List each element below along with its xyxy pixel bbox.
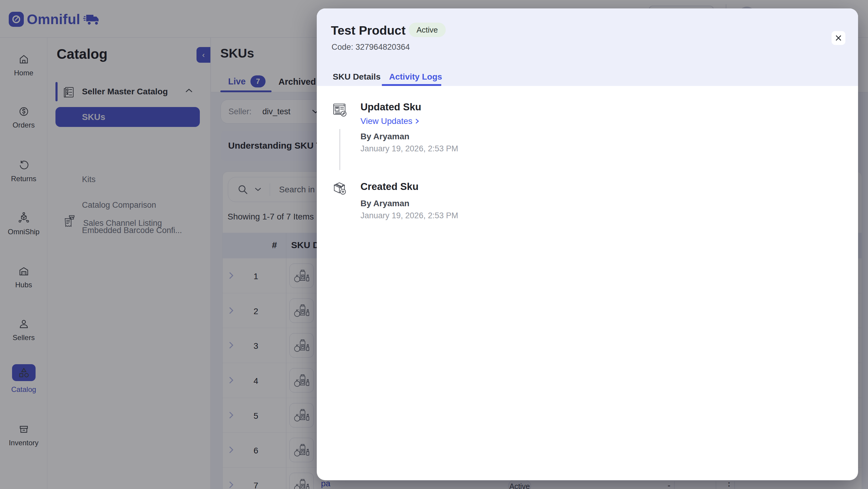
timeline-connector [339, 129, 340, 170]
tab-activity-logs[interactable]: Activity Logs [389, 72, 442, 82]
close-icon [835, 34, 842, 41]
updated-sku-icon [332, 102, 347, 118]
log-entry-title: Updated Sku [361, 101, 421, 113]
status-badge: Active [409, 23, 446, 37]
view-updates-link[interactable]: View Updates [361, 116, 419, 126]
log-entry-date: January 19, 2026, 2:53 PM [361, 144, 458, 153]
close-modal-button[interactable] [832, 31, 845, 45]
sku-detail-modal: Test Product Active Code: 327964820364 S… [317, 8, 858, 480]
tab-sku-details[interactable]: SKU Details [333, 72, 381, 82]
view-updates-label: View Updates [361, 116, 412, 126]
modal-active-tab-underline [382, 84, 441, 86]
log-entry-author: By Aryaman [361, 132, 409, 142]
modal-title: Test Product [331, 24, 406, 38]
created-sku-icon [332, 181, 347, 196]
sku-code: Code: 327964820364 [332, 42, 410, 52]
modal-header: Test Product Active Code: 327964820364 S… [317, 8, 858, 86]
app-root: Omniful Home Orders Returns OmniS [0, 0, 868, 489]
log-entry-date: January 19, 2026, 2:53 PM [361, 211, 458, 220]
log-entry-author: By Aryaman [361, 199, 409, 208]
log-entry-title: Created Sku [361, 181, 418, 192]
chevron-right-icon [415, 119, 419, 124]
